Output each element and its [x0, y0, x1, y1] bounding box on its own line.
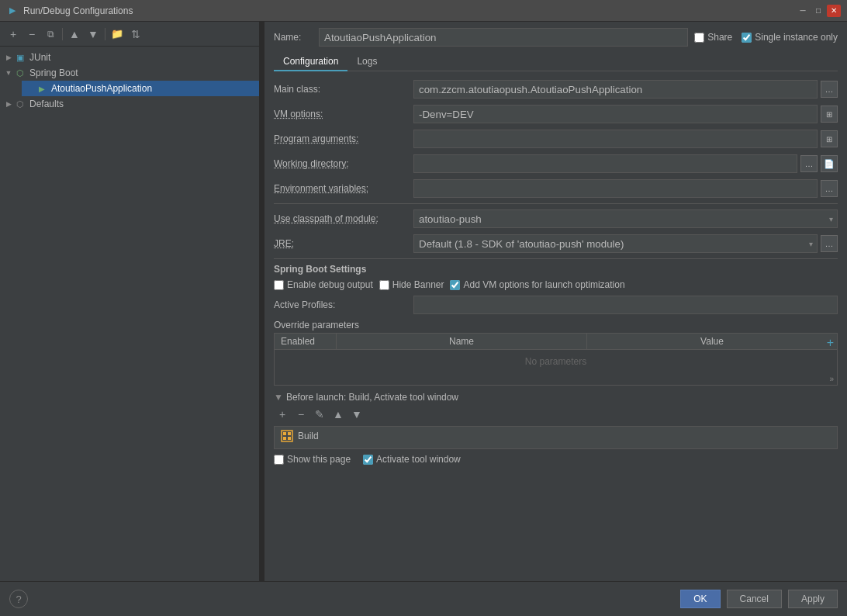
vm-options-control: ⊞	[413, 105, 838, 123]
add-vm-options-checkbox[interactable]	[450, 280, 460, 290]
main-class-input[interactable]	[413, 80, 818, 99]
tree-item-defaults[interactable]: ▶ ⬡ Defaults	[0, 96, 259, 112]
maximize-button[interactable]: □	[811, 5, 825, 17]
jre-select-wrapper: Default (1.8 - SDK of 'atoutiao-push' mo…	[413, 234, 818, 253]
enable-debug-checkbox[interactable]	[274, 280, 284, 290]
table-col-value-header: Value	[587, 334, 837, 349]
jre-row: JRE: Default (1.8 - SDK of 'atoutiao-pus…	[274, 234, 838, 254]
tree-toggle-junit[interactable]: ▶	[3, 52, 14, 63]
junit-icon: ▣	[14, 51, 26, 64]
before-launch-remove-button[interactable]: −	[292, 406, 309, 423]
build-item-label: Build	[298, 431, 319, 441]
working-directory-input[interactable]	[413, 154, 797, 173]
configuration-content: Main class: … VM options: ⊞ Program argu…	[274, 79, 838, 465]
show-this-page-label[interactable]: Show this page	[274, 454, 351, 465]
before-launch-toolbar: + − ✎ ▲ ▼	[274, 406, 838, 423]
tree-item-springboot[interactable]: ▼ ⬡ Spring Boot	[0, 65, 259, 81]
sort-button[interactable]: ⇅	[127, 26, 144, 43]
before-launch-down-button[interactable]: ▼	[348, 406, 365, 423]
program-arguments-input[interactable]	[413, 130, 818, 148]
active-profiles-control	[413, 296, 838, 314]
before-launch-toggle-icon[interactable]: ▼	[274, 392, 283, 403]
show-this-page-checkbox[interactable]	[274, 455, 284, 465]
before-launch-header: ▼ Before launch: Build, Activate tool wi…	[274, 392, 838, 403]
footer-buttons: OK Cancel Apply	[680, 590, 838, 608]
enable-debug-label[interactable]: Enable debug output	[274, 279, 373, 290]
remove-configuration-button[interactable]: −	[23, 26, 40, 43]
share-section: Share Single instance only	[694, 32, 838, 43]
main-class-browse-button[interactable]: …	[821, 81, 838, 98]
program-arguments-row: Program arguments: ⊞	[274, 129, 838, 149]
add-configuration-button[interactable]: +	[5, 26, 22, 43]
toolbar-separator-2	[105, 28, 105, 40]
svg-rect-2	[288, 432, 291, 435]
working-directory-browse-button[interactable]: …	[800, 155, 818, 172]
add-vm-options-label[interactable]: Add VM options for launch optimization	[450, 279, 624, 290]
table-col-enabled-header: Enabled	[275, 334, 337, 349]
jre-more-button[interactable]: …	[821, 235, 838, 252]
share-checkbox[interactable]	[694, 33, 704, 43]
close-button[interactable]: ✕	[827, 5, 841, 17]
move-down-button[interactable]: ▼	[85, 26, 102, 43]
tab-logs[interactable]: Logs	[347, 53, 386, 71]
working-directory-control: … 📄	[413, 154, 838, 173]
working-directory-row: Working directory: … 📄	[274, 154, 838, 174]
svg-rect-3	[283, 437, 286, 440]
jre-select[interactable]: Default (1.8 - SDK of 'atoutiao-push' mo…	[413, 234, 818, 253]
help-button[interactable]: ?	[9, 590, 28, 608]
move-up-button[interactable]: ▲	[66, 26, 83, 43]
hide-banner-checkbox[interactable]	[379, 280, 389, 290]
table-add-button[interactable]: +	[827, 336, 834, 350]
vm-options-input[interactable]	[413, 105, 818, 123]
program-arguments-control: ⊞	[413, 130, 838, 148]
window-icon: ▶	[6, 5, 19, 17]
left-toolbar: + − ⧉ ▲ ▼ 📁 ⇅	[0, 22, 259, 47]
vm-options-expand-button[interactable]: ⊞	[821, 106, 838, 123]
tree-label-junit: JUnit	[29, 52, 50, 63]
spring-boot-options-row: Enable debug output Hide Banner Add VM o…	[274, 279, 838, 290]
before-launch-edit-button[interactable]: ✎	[311, 406, 328, 423]
share-checkbox-label[interactable]: Share	[694, 32, 732, 43]
activate-tool-window-label[interactable]: Activate tool window	[363, 454, 461, 465]
jre-label: JRE:	[274, 238, 413, 249]
ok-button[interactable]: OK	[680, 590, 720, 608]
environment-variables-browse-button[interactable]: …	[821, 180, 838, 197]
vm-options-row: VM options: ⊞	[274, 104, 838, 124]
tab-configuration[interactable]: Configuration	[274, 53, 347, 71]
single-instance-checkbox-label[interactable]: Single instance only	[742, 32, 838, 43]
name-input[interactable]	[319, 28, 688, 47]
program-arguments-expand-button[interactable]: ⊞	[821, 130, 838, 147]
activate-tool-window-checkbox[interactable]	[363, 455, 373, 465]
main-class-label: Main class:	[274, 84, 413, 95]
before-launch-label: Before launch: Build, Activate tool wind…	[286, 392, 458, 403]
apply-button[interactable]: Apply	[788, 590, 838, 608]
main-container: + − ⧉ ▲ ▼ 📁 ⇅ ▶ ▣ JUnit	[0, 22, 847, 581]
environment-variables-label: Environment variables:	[274, 183, 413, 194]
classpath-row: Use classpath of module: atoutiao-push	[274, 209, 838, 229]
classpath-select[interactable]: atoutiao-push	[413, 209, 838, 228]
hide-banner-label[interactable]: Hide Banner	[379, 279, 444, 290]
working-directory-open-button[interactable]: 📄	[821, 155, 838, 172]
before-launch-up-button[interactable]: ▲	[330, 406, 347, 423]
before-launch-add-button[interactable]: +	[274, 406, 291, 423]
table-body: No parameters	[275, 350, 837, 373]
single-instance-checkbox[interactable]	[742, 33, 752, 43]
minimize-button[interactable]: ─	[796, 5, 810, 17]
cancel-button[interactable]: Cancel	[727, 590, 782, 608]
environment-variables-control: …	[413, 179, 838, 198]
tree-label-atoutiao: AtoutiaoPushApplication	[51, 83, 152, 94]
tree-item-atoutiao[interactable]: ▶ AtoutiaoPushApplication	[22, 81, 259, 96]
before-launch-build-item[interactable]: Build	[275, 427, 837, 445]
toolbar-separator-1	[62, 28, 63, 40]
tree-item-junit[interactable]: ▶ ▣ JUnit	[0, 50, 259, 65]
copy-configuration-button[interactable]: ⧉	[42, 26, 59, 43]
folder-button[interactable]: 📁	[109, 26, 126, 43]
tree-toggle-springboot[interactable]: ▼	[3, 67, 14, 78]
override-parameters-section: Override parameters Enabled Name Value +…	[274, 320, 838, 386]
tabs: Configuration Logs	[274, 53, 838, 71]
table-scroll-button[interactable]: »	[275, 373, 837, 385]
tree-toggle-defaults[interactable]: ▶	[3, 99, 14, 109]
vm-options-label: VM options:	[274, 109, 413, 119]
environment-variables-input[interactable]	[413, 179, 818, 198]
active-profiles-input[interactable]	[413, 296, 838, 314]
